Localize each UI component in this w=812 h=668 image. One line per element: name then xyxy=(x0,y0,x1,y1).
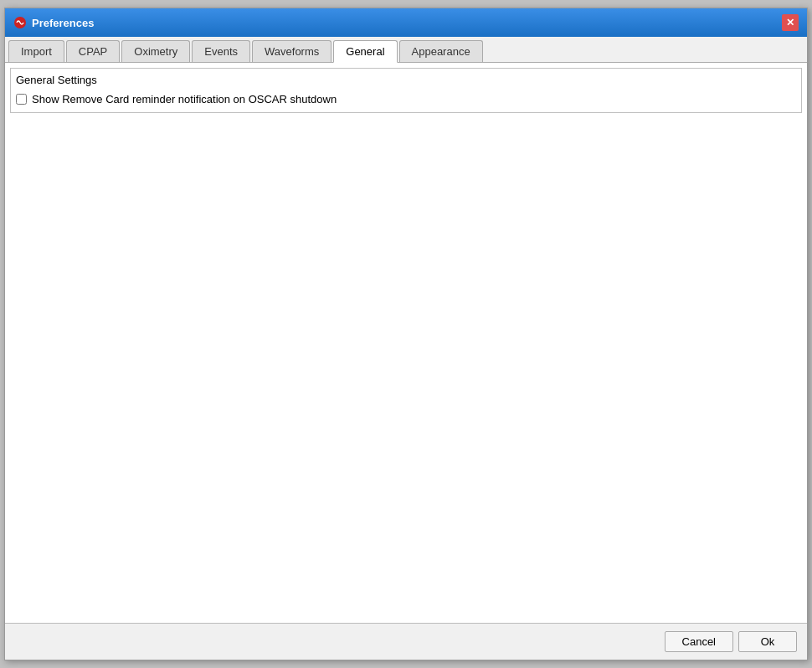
footer: Cancel Ok xyxy=(5,623,807,660)
settings-group-title: General Settings xyxy=(16,74,796,86)
title-bar-left: Preferences xyxy=(13,16,94,29)
content-area: General Settings Show Remove Card remind… xyxy=(5,63,807,623)
tab-oximetry[interactable]: Oximetry xyxy=(121,40,190,62)
cancel-button[interactable]: Cancel xyxy=(665,631,733,652)
title-text: Preferences xyxy=(32,17,94,29)
remove-card-reminder-row: Show Remove Card reminder notification o… xyxy=(16,91,796,107)
title-bar: Preferences ✕ xyxy=(5,8,807,37)
app-icon xyxy=(13,16,27,29)
tab-import[interactable]: Import xyxy=(8,40,64,62)
tab-events[interactable]: Events xyxy=(192,40,250,62)
tab-general[interactable]: General xyxy=(333,40,397,63)
close-button[interactable]: ✕ xyxy=(782,14,799,31)
tab-appearance[interactable]: Appearance xyxy=(399,40,483,62)
general-settings-group: General Settings Show Remove Card remind… xyxy=(10,68,802,113)
remove-card-label[interactable]: Show Remove Card reminder notification o… xyxy=(32,93,337,105)
tab-cpap[interactable]: CPAP xyxy=(66,40,120,62)
remove-card-checkbox[interactable] xyxy=(16,94,27,105)
tabs-bar: Import CPAP Oximetry Events Waveforms Ge… xyxy=(5,37,807,63)
ok-button[interactable]: Ok xyxy=(738,631,797,652)
preferences-dialog: Preferences ✕ Import CPAP Oximetry Event… xyxy=(4,8,808,660)
tab-waveforms[interactable]: Waveforms xyxy=(252,40,331,62)
